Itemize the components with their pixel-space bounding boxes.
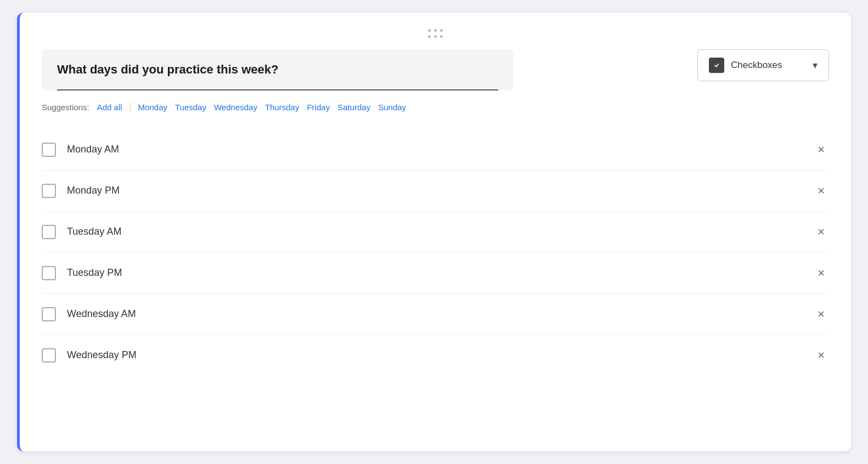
drag-dot [434, 29, 437, 32]
option-row: Tuesday AM× [42, 212, 829, 253]
suggestion-add-all[interactable]: Add all [95, 101, 125, 113]
drag-dot [440, 29, 443, 32]
option-checkbox-wednesday-am[interactable] [42, 307, 56, 321]
drag-dot [428, 29, 431, 32]
option-label-tuesday-am: Tuesday AM [67, 226, 813, 237]
option-label-tuesday-pm: Tuesday PM [67, 267, 813, 279]
suggestion-divider [130, 103, 131, 111]
suggestion-tuesday[interactable]: Tuesday [173, 101, 208, 113]
drag-dot [440, 35, 443, 38]
option-checkbox-tuesday-am[interactable] [42, 225, 56, 239]
option-checkbox-monday-pm[interactable] [42, 184, 56, 198]
drag-dot [428, 35, 431, 38]
checkbox-checked-icon [712, 61, 721, 70]
option-row: Tuesday PM× [42, 253, 829, 294]
suggestions-row: Suggestions: Add all Monday Tuesday Wedn… [42, 101, 829, 113]
suggestion-thursday[interactable]: Thursday [263, 101, 302, 113]
option-checkbox-monday-am[interactable] [42, 143, 56, 157]
option-checkbox-tuesday-pm[interactable] [42, 266, 56, 280]
option-row: Monday PM× [42, 171, 829, 212]
suggestion-saturday[interactable]: Saturday [335, 101, 373, 113]
options-list: Monday AM×Monday PM×Tuesday AM×Tuesday P… [42, 129, 829, 376]
delete-option-monday-am[interactable]: × [813, 142, 829, 158]
question-header-row: What days did you practice this week? Ch… [42, 49, 829, 90]
question-input-area[interactable]: What days did you practice this week? [42, 49, 514, 90]
suggestion-wednesday[interactable]: Wednesday [212, 101, 260, 113]
option-label-wednesday-pm: Wednesday PM [67, 349, 813, 361]
form-question-card: What days did you practice this week? Ch… [17, 13, 851, 451]
delete-option-wednesday-am[interactable]: × [813, 306, 829, 322]
option-row: Monday AM× [42, 129, 829, 171]
option-row: Wednesday PM× [42, 335, 829, 376]
option-label-monday-am: Monday AM [67, 144, 813, 155]
question-underline [57, 89, 498, 90]
option-label-monday-pm: Monday PM [67, 185, 813, 196]
checkbox-type-icon-box [709, 58, 724, 73]
delete-option-tuesday-pm[interactable]: × [813, 265, 829, 281]
drag-handle[interactable] [42, 29, 829, 38]
delete-option-wednesday-pm[interactable]: × [813, 347, 829, 364]
suggestion-monday[interactable]: Monday [136, 101, 170, 113]
type-selector-label: Checkboxes [731, 60, 806, 71]
suggestions-label: Suggestions: [42, 103, 89, 112]
chevron-down-icon: ▾ [813, 59, 818, 71]
option-label-wednesday-am: Wednesday AM [67, 308, 813, 320]
delete-option-tuesday-am[interactable]: × [813, 224, 829, 240]
option-checkbox-wednesday-pm[interactable] [42, 348, 56, 363]
drag-dots-grid [428, 29, 443, 38]
type-selector-dropdown[interactable]: Checkboxes ▾ [697, 49, 829, 81]
delete-option-monday-pm[interactable]: × [813, 183, 829, 199]
question-text: What days did you practice this week? [57, 61, 498, 78]
suggestion-friday[interactable]: Friday [305, 101, 332, 113]
drag-dot [434, 35, 437, 38]
suggestion-sunday[interactable]: Sunday [376, 101, 408, 113]
option-row: Wednesday AM× [42, 294, 829, 335]
